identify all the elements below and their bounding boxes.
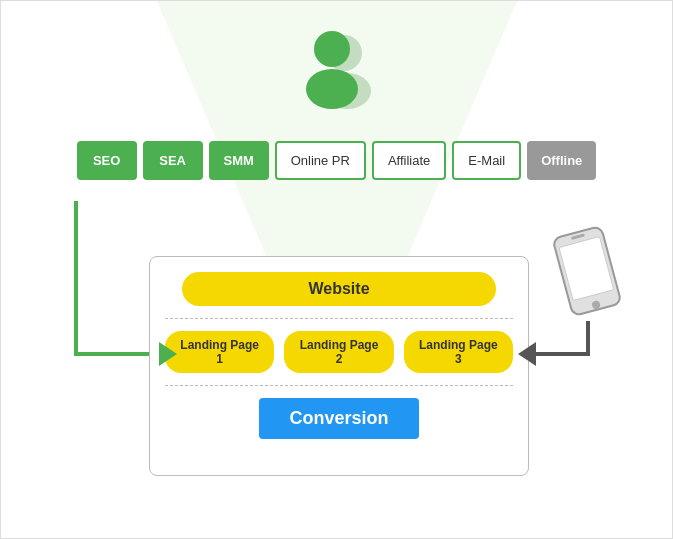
person-icon — [292, 21, 382, 115]
channel-offline-button[interactable]: Offline — [527, 141, 596, 180]
phone-arrow-vertical — [586, 321, 590, 356]
channel-affiliate-button[interactable]: Affiliate — [372, 141, 446, 180]
channel-sea-button[interactable]: SEA — [143, 141, 203, 180]
channel-smm-button[interactable]: SMM — [209, 141, 269, 180]
conversion-button[interactable]: Conversion — [259, 398, 418, 439]
seo-arrow-vertical — [74, 201, 78, 356]
channel-seo-button[interactable]: SEO — [77, 141, 137, 180]
landing-page-2-button[interactable]: Landing Page 2 — [284, 331, 393, 373]
seo-arrow-head — [159, 342, 177, 366]
phone-arrow-head — [518, 342, 536, 366]
channels-row: SEO SEA SMM Online PR Affiliate E-Mail O… — [31, 141, 642, 180]
main-content-box: Website Landing Page 1 Landing Page 2 La… — [149, 256, 529, 476]
divider-2 — [165, 385, 513, 386]
landing-page-3-button[interactable]: Landing Page 3 — [404, 331, 513, 373]
diagram-container: SEO SEA SMM Online PR Affiliate E-Mail O… — [0, 0, 673, 539]
svg-point-2 — [314, 31, 350, 67]
website-bar: Website — [182, 272, 495, 306]
landing-page-1-button[interactable]: Landing Page 1 — [165, 331, 274, 373]
landing-pages-row: Landing Page 1 Landing Page 2 Landing Pa… — [165, 331, 513, 373]
phone-icon — [552, 221, 622, 321]
phone-icon-container — [552, 221, 622, 325]
channel-online-pr-button[interactable]: Online PR — [275, 141, 366, 180]
channel-email-button[interactable]: E-Mail — [452, 141, 521, 180]
phone-arrow-horizontal — [530, 352, 590, 356]
svg-point-3 — [306, 69, 358, 109]
divider-1 — [165, 318, 513, 319]
